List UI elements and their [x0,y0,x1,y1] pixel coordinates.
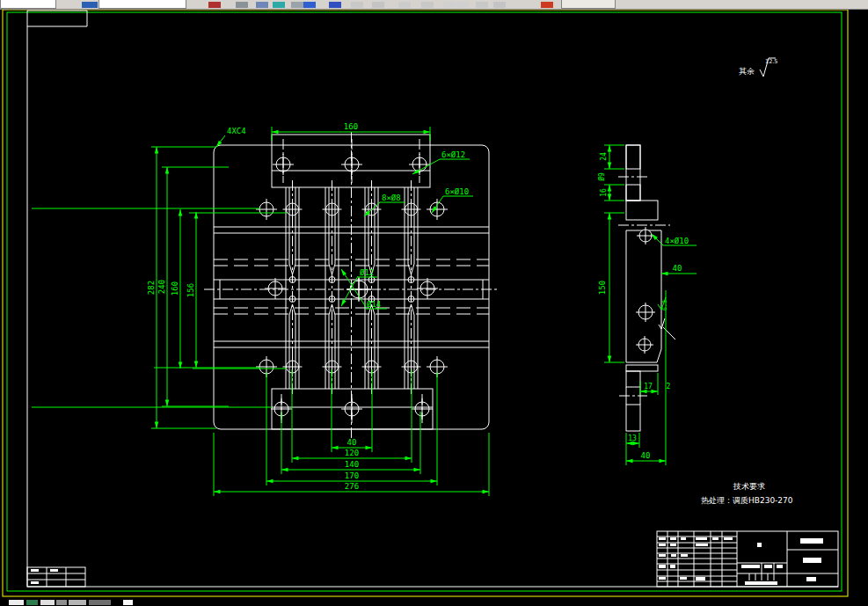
dim-156: 156 [186,283,195,297]
dim-13: 13 [628,434,637,442]
title-block-text [670,537,676,540]
dim-d9: Ø9 [597,172,606,181]
toolbar-icon[interactable] [208,2,221,8]
label-center-d12: Ø12 [360,268,374,277]
dim-top: 160 [344,122,358,131]
taskbar-icon [40,600,55,605]
taskbar-icon [69,600,86,605]
roughness-value: 6.3 [661,300,668,310]
title-block-text [671,554,676,557]
label-6xd10: 6×Ø10 [445,187,469,196]
title-block-text [696,577,705,580]
title-block-text [712,537,718,540]
title-block-text [806,577,816,581]
title-block-text [659,577,666,580]
sig-text [31,581,39,584]
dim-150: 150 [598,281,607,295]
toolbar-icon[interactable] [329,2,341,8]
sig-text [31,569,39,572]
title-block-text [745,581,777,585]
title-block-text [757,543,762,547]
title-block-text [803,558,821,563]
dim-160-v: 160 [171,281,179,296]
toolbar-button[interactable] [561,0,616,9]
taskbar-icon [56,600,67,605]
dim-40: 40 [347,438,357,447]
tech-req-line: 热处理：调质HB230-270 [701,496,793,505]
toolbar-icon[interactable] [351,2,363,8]
toolbar-icon[interactable] [291,2,303,8]
dim-240: 240 [157,280,166,294]
dim-24: 24 [600,152,608,161]
toolbar-icon[interactable] [303,2,316,8]
title-block-text [681,554,688,557]
title-block-text [680,577,687,580]
taskbar-icon [26,600,38,605]
surface-note-value: 12.5 [765,58,777,65]
surface-note-prefix: 其余 [739,67,755,76]
toolbar-icon[interactable] [372,2,384,8]
title-block-text [696,537,707,540]
label-center-d14: Ø14 [367,300,381,309]
title-block-text [670,565,675,568]
new-file-icon[interactable] [82,2,98,8]
label-4xd10: 4×Ø10 [665,237,689,245]
dim-16: 16 [600,188,608,197]
toolbar-icon[interactable] [493,2,506,8]
toolbar-combo-field[interactable] [0,0,56,9]
taskbar-icon [89,600,111,605]
label-chamfer: 4XC4 [227,127,246,135]
title-block-text [777,565,783,568]
title-block-text [741,565,760,568]
toolbar-icon[interactable] [456,2,469,8]
app-toolbar [0,0,868,10]
title-block-text [764,565,772,568]
dim-120: 120 [345,449,359,457]
title-block-text [696,544,708,546]
dim-17: 17 [644,383,653,391]
dim-140: 140 [345,460,359,469]
toolbar-icon[interactable] [398,2,411,8]
toolbar-icon[interactable] [443,2,456,8]
dim-170: 170 [345,471,359,480]
dim-2: 2 [667,383,671,391]
toolbar-input-field[interactable] [98,0,186,9]
title-block-text [659,544,666,546]
taskbar-icon [123,600,133,605]
dim-276: 276 [345,482,359,491]
label-8xd8: 8×Ø8 [382,193,401,202]
toolbar-icon[interactable] [421,2,434,8]
label-6xd12: 6×Ø12 [441,150,465,159]
toolbar-icon[interactable] [541,2,553,8]
taskbar-icon [9,600,24,605]
dim-40-bottom: 40 [641,451,651,460]
title-block-text [670,544,676,546]
toolbar-icon[interactable] [476,2,488,8]
title-block-text [659,537,666,540]
title-block-text [724,537,733,540]
sig-text [50,569,58,572]
toolbar-icon[interactable] [256,2,268,8]
title-block-text [659,565,666,568]
dim-40-right: 40 [673,264,682,273]
toolbar-icon[interactable] [273,2,285,8]
dim-282: 282 [147,281,156,295]
title-block-text [800,538,823,544]
title-block-text [681,537,686,540]
toolbar-icon[interactable] [236,2,248,8]
drawing-canvas[interactable]: 160 282 240 160 156 40 120 140 170 276 4… [0,9,868,606]
title-block-text [659,554,666,557]
tech-req-title: 技术要求 [733,482,765,491]
